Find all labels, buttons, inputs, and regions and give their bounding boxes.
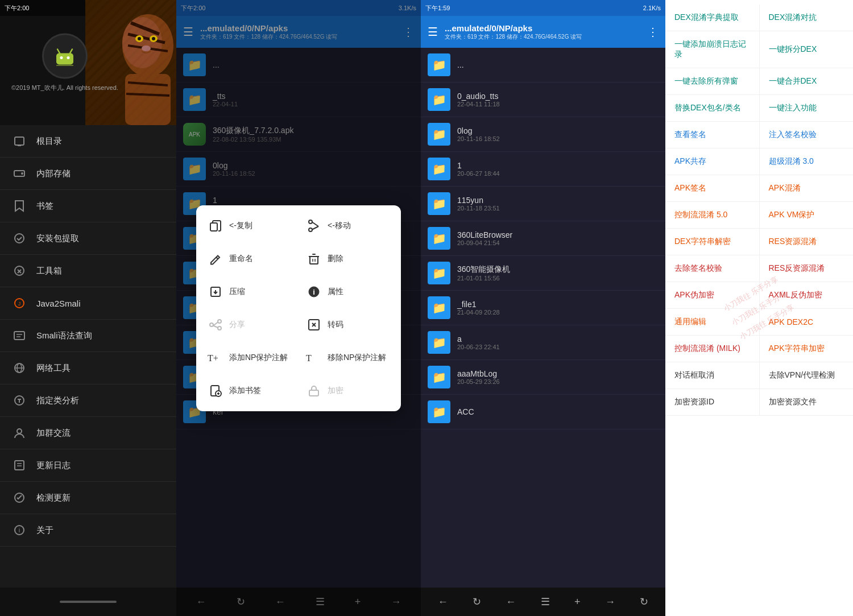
remove-np-menu-item[interactable]: T 移除NP保护注解 [299, 342, 396, 374]
file-name: a [457, 334, 659, 344]
tool-super-obfuscate[interactable]: 超级混淆 3.0 [760, 148, 854, 175]
tool-dex-str-decrypt[interactable]: DEX字符串解密 [665, 229, 760, 255]
tools-row: 控制流混淆 5.0 APK VM保护 [665, 202, 853, 229]
tool-control-flow-obfuscate[interactable]: 控制流混淆 5.0 [665, 202, 760, 228]
rename-menu-item[interactable]: 重命名 [201, 243, 298, 275]
add-np-menu-item[interactable]: T+ 添加NP保护注解 [201, 342, 298, 374]
list-item[interactable]: 📁 0_audio_tts 22-04-11 11:18 [421, 82, 665, 117]
tools-row: 对话框取消 去除VPN/代理检测 [665, 362, 853, 389]
tool-res-de-obfuscate[interactable]: RES反资源混淆 [760, 255, 854, 282]
tool-remove-popups[interactable]: 一键去除所有弹窗 [665, 68, 760, 94]
svg-text:i: i [19, 527, 20, 534]
move-menu-item[interactable]: <-移动 [299, 210, 396, 242]
folder-icon: 📁 [428, 400, 450, 423]
tool-inject-function[interactable]: 一键注入功能 [760, 95, 854, 121]
properties-menu-item[interactable]: i 属性 [299, 276, 396, 308]
file-info: 0log 20-11-16 18:52 [457, 126, 659, 142]
tool-apk-obfuscate[interactable]: APK混淆 [760, 175, 854, 201]
nav-refresh-panel3[interactable]: ↻ [468, 591, 486, 613]
menu-item-bookmark[interactable]: 书签 [0, 190, 176, 222]
copy-menu-item[interactable]: <-复制 [201, 210, 298, 242]
menu-item-package[interactable]: 安装包提取 [0, 222, 176, 255]
group-icon [11, 425, 27, 441]
tools-row: APK共存 超级混淆 3.0 [665, 148, 853, 175]
nav-refresh2-panel3[interactable]: ↻ [635, 591, 653, 613]
tool-split-dex[interactable]: 一键拆分DEX [760, 36, 854, 63]
svg-point-56 [218, 320, 221, 323]
list-item[interactable]: 📁 115yun 20-11-18 23:51 [421, 187, 665, 221]
tools-row: DEX字符串解密 RES资源混淆 [665, 229, 853, 255]
menu-item-check-update[interactable]: 检测更新 [0, 482, 176, 514]
tool-control-flow-milk[interactable]: 控制流混淆 (MILK) [665, 336, 760, 362]
menu-item-smali[interactable]: Smali语法查询 [0, 320, 176, 352]
list-item[interactable]: 📁 360LiteBrowser 20-09-04 21:54 [421, 221, 665, 256]
tool-res-obfuscate[interactable]: RES资源混淆 [760, 229, 854, 255]
drawer-menu-list: 根目录 内部存储 书签 安装包提取 工具箱 [0, 125, 176, 588]
list-item[interactable]: 📁 a 20-06-23 22:41 [421, 325, 665, 360]
tool-dex-obfuscate-counter[interactable]: DEX混淆对抗 [760, 5, 854, 31]
svg-line-59 [213, 322, 218, 325]
rename-label: 重命名 [229, 254, 253, 264]
tools-row: 加密资源ID 加密资源文件 [665, 389, 853, 416]
tool-apk-sign[interactable]: APK签名 [665, 175, 760, 201]
tool-add-crash-log[interactable]: 一键添加崩溃日志记录 [665, 31, 760, 68]
nav-back-panel3[interactable]: ← [433, 592, 453, 613]
menu-button-panel3[interactable]: ☰ [425, 23, 440, 41]
list-item[interactable]: 📁 _file1 21-04-09 20:28 [421, 291, 665, 325]
tool-dialog-cancel[interactable]: 对话框取消 [665, 362, 760, 388]
svg-rect-49 [310, 257, 318, 264]
tool-apk-fake-encrypt[interactable]: APK伪加密 [665, 282, 760, 308]
nav-add-panel3[interactable]: + [570, 592, 585, 613]
convert-label: 转码 [328, 320, 343, 330]
menu-item-root[interactable]: 根目录 [0, 125, 176, 158]
list-item[interactable]: 📁 ACC [421, 395, 665, 429]
nav-forward-panel3[interactable]: → [601, 592, 620, 613]
tool-dex-dict-extract[interactable]: DEX混淆字典提取 [665, 5, 760, 31]
tool-apk-coexist[interactable]: APK共存 [665, 148, 760, 175]
tool-axml-de-encrypt[interactable]: AXML反伪加密 [760, 282, 854, 308]
list-item[interactable]: 📁 360智能摄像机 21-01-01 15:56 [421, 256, 665, 291]
smali-icon [11, 328, 27, 344]
menu-item-analyze[interactable]: 指定类分析 [0, 385, 176, 417]
menu-item-group[interactable]: 加群交流 [0, 417, 176, 449]
menu-item-network[interactable]: 网络工具 [0, 352, 176, 385]
path-panel3: ...emulated/0/NP/apks [445, 23, 640, 33]
tool-remove-sig-verify[interactable]: 去除签名校验 [665, 255, 760, 282]
menu-item-java2smali[interactable]: J Java2Smali [0, 287, 176, 320]
add-bookmark-menu-item[interactable]: 添加书签 [201, 375, 298, 407]
tool-encrypt-res-id[interactable]: 加密资源ID [665, 389, 760, 415]
tool-encrypt-res-file[interactable]: 加密资源文件 [760, 389, 854, 415]
tool-view-signature[interactable]: 查看签名 [665, 122, 760, 148]
tool-apk-dex2c[interactable]: APK DEX2C [760, 309, 854, 334]
svg-rect-22 [18, 145, 21, 146]
list-item[interactable]: 📁 aaaMtbLog 20-05-29 23:26 [421, 360, 665, 395]
tool-apk-str-encrypt[interactable]: APK字符串加密 [760, 336, 854, 362]
convert-menu-item[interactable]: 转码 [299, 309, 396, 341]
menu-item-storage[interactable]: 内部存储 [0, 158, 176, 190]
list-item[interactable]: 📁 1 20-06-27 18:44 [421, 152, 665, 187]
delete-menu-item[interactable]: 删除 [299, 243, 396, 275]
file-info: _file1 21-04-09 20:28 [457, 300, 659, 316]
tool-merge-dex[interactable]: 一键合并DEX [760, 68, 854, 94]
tool-replace-dex-pkg[interactable]: 替换DEX包名/类名 [665, 95, 760, 121]
share-menu-item[interactable]: 分享 [201, 309, 298, 341]
more-button-panel3[interactable]: ⋮ [645, 23, 661, 41]
folder-icon: 📁 [428, 331, 450, 354]
menu-item-toolbox[interactable]: 工具箱 [0, 255, 176, 287]
speed-panel3: 2.1K/s [643, 5, 661, 11]
svg-point-46 [309, 228, 312, 231]
list-item[interactable]: 📁 ... [421, 48, 665, 82]
tool-apk-vm-protect[interactable]: APK VM保护 [760, 202, 854, 228]
menu-item-about[interactable]: i 关于 [0, 514, 176, 547]
nav-menu-panel3[interactable]: ☰ [536, 591, 554, 613]
nav-back2-panel3[interactable]: ← [501, 592, 520, 613]
file-meta: 21-01-01 15:56 [457, 275, 659, 282]
compress-menu-item[interactable]: 压缩 [201, 276, 298, 308]
file-meta: 22-04-11 11:18 [457, 101, 659, 108]
menu-item-update-log[interactable]: 更新日志 [0, 449, 176, 482]
list-item[interactable]: 📁 0log 20-11-16 18:52 [421, 117, 665, 152]
tool-inject-sig-verify[interactable]: 注入签名校验 [760, 122, 854, 148]
tool-general-edit[interactable]: 通用编辑 [665, 309, 760, 335]
menu-label-analyze: 指定类分析 [36, 395, 79, 406]
tool-remove-vpn-detect[interactable]: 去除VPN/代理检测 [760, 362, 854, 388]
